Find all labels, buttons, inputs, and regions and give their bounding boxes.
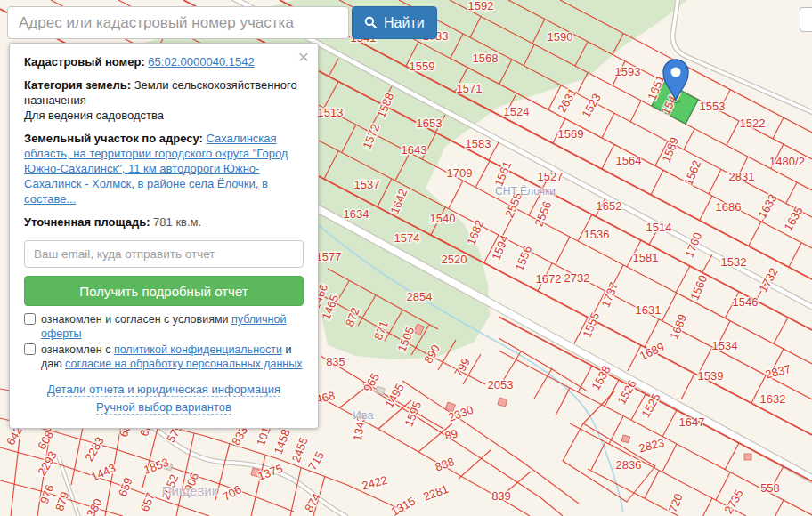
building-footprint (744, 454, 751, 460)
area-label: Уточненная площадь: (24, 215, 150, 229)
parcel-number: 835 (326, 355, 345, 368)
offer-consent-text: ознакомлен и согласен с условиями публич… (41, 312, 304, 341)
land-category-row: Категория земель: Земли сельскохозяйстве… (24, 77, 304, 123)
parcel-number: 1686 (716, 200, 742, 214)
parcel-number: 1709 (447, 166, 473, 180)
parcel-number: 1540 (430, 212, 456, 225)
search-icon (364, 16, 378, 29)
place-label: Ива (353, 408, 374, 422)
privacy-text1: ознакомлен с (41, 343, 114, 356)
offer-text: ознакомлен и согласен с условиями (41, 313, 231, 326)
parcel-number: 558 (760, 481, 780, 495)
parcel-number: 1534 (712, 339, 738, 352)
parcel-number: 1592 (468, 0, 494, 12)
parcel-number: 1564 (616, 154, 642, 167)
building-footprint (621, 435, 630, 443)
parcel-number: 1539 (698, 369, 724, 383)
offer-checkbox[interactable] (24, 313, 36, 325)
parcel-number: 2520 (442, 253, 467, 266)
parcel-number: 1643 (402, 143, 427, 157)
parcel-number: 2732 (564, 271, 590, 285)
area-value: 781 кв.м. (153, 215, 201, 229)
offer-consent-row: ознакомлен и согласен с условиями публич… (24, 312, 304, 341)
search-button[interactable]: Найти (352, 6, 437, 39)
cadastral-number-label: Кадастровый номер: (24, 55, 145, 69)
parcel-number: 1537 (354, 178, 380, 191)
parcel-number: 2053 (488, 378, 514, 391)
address-label: Земельный участок по адресу: (24, 132, 203, 145)
parcel-number: 1546 (733, 295, 759, 309)
search-bar: Найти (7, 6, 437, 39)
panel-footer-links: Детали отчета и юридическая информация Р… (24, 381, 304, 416)
personal-data-link[interactable]: согласие на обработку персональных данны… (65, 358, 302, 370)
privacy-policy-link[interactable]: политикой конфиденциальности (114, 343, 282, 356)
building-footprint (498, 398, 508, 407)
parcel-number: 1569 (558, 127, 584, 141)
cadastral-number-link[interactable]: 65:02:0000040:1542 (148, 55, 254, 69)
parcel-info-panel: × Кадастровый номер: 65:02:0000040:1542 … (9, 43, 319, 429)
address-row: Земельный участок по адресу: Сахалинская… (24, 131, 304, 206)
parcel-number: 1577 (316, 250, 342, 263)
parcel-number: 2836 (616, 458, 642, 472)
parcel-number: 1536 (584, 228, 610, 241)
parcel-number: 1522 (740, 117, 766, 130)
area-row: Уточненная площадь: 781 кв.м. (24, 214, 304, 230)
parcel-number: 1581 (633, 251, 659, 264)
land-category-label: Категория земель: (24, 78, 131, 92)
parcel-number: 1634 (344, 207, 369, 221)
parcel-number: 839 (491, 489, 511, 503)
privacy-checkbox[interactable] (24, 343, 36, 355)
place-label: Пищевик (162, 483, 218, 498)
parcel-number: 1583 (466, 137, 491, 150)
parcel-number: 1524 (504, 105, 530, 118)
parcel-number: 1514 (646, 221, 672, 234)
parcel-number: 1631 (636, 303, 662, 317)
place-label: СНТ Ёлочки (495, 185, 556, 198)
privacy-consent-text: ознакомлен с политикой конфиденциальност… (41, 343, 304, 371)
parcel-number: 2854 (407, 290, 433, 303)
parcel-number: 1574 (394, 231, 420, 245)
parcel-number: 1672 (536, 272, 562, 286)
parcel-number: 1568 (473, 52, 499, 65)
manual-select-link[interactable]: Ручной выбор вариантов (96, 400, 231, 415)
parcel-number: 1590 (548, 30, 573, 44)
cadastral-number-row: Кадастровый номер: 65:02:0000040:1542 (24, 54, 304, 69)
parcel-number: 1527 (538, 170, 564, 183)
search-button-label: Найти (384, 15, 425, 31)
map-zoom-control[interactable] (800, 7, 812, 32)
parcel-number: 1593 (615, 65, 641, 78)
search-input[interactable] (7, 6, 349, 39)
close-icon[interactable]: × (298, 47, 309, 66)
parcel-number: 2831 (729, 170, 755, 183)
parcel-number: 1652 (597, 199, 622, 213)
parcel-number: 1571 (457, 82, 483, 95)
email-field[interactable] (24, 240, 304, 268)
land-use-value: Для ведения садоводства (24, 109, 164, 122)
report-details-link[interactable]: Детали отчета и юридическая информация (47, 383, 280, 397)
parcel-number: 1480/2 (769, 155, 805, 168)
get-report-button[interactable]: Получить подробный отчет (24, 276, 304, 306)
parcel-number: 1532 (721, 255, 747, 269)
parcel-number: 1553 (700, 100, 726, 113)
parcel-number: 1559 (410, 60, 435, 73)
parcel-number: 1513 (318, 106, 344, 119)
parcel-number: 1632 (760, 392, 786, 406)
parcel-number: 1647 (679, 415, 705, 429)
parcel-number: 1653 (417, 117, 443, 130)
privacy-consent-row: ознакомлен с политикой конфиденциальност… (24, 343, 304, 371)
